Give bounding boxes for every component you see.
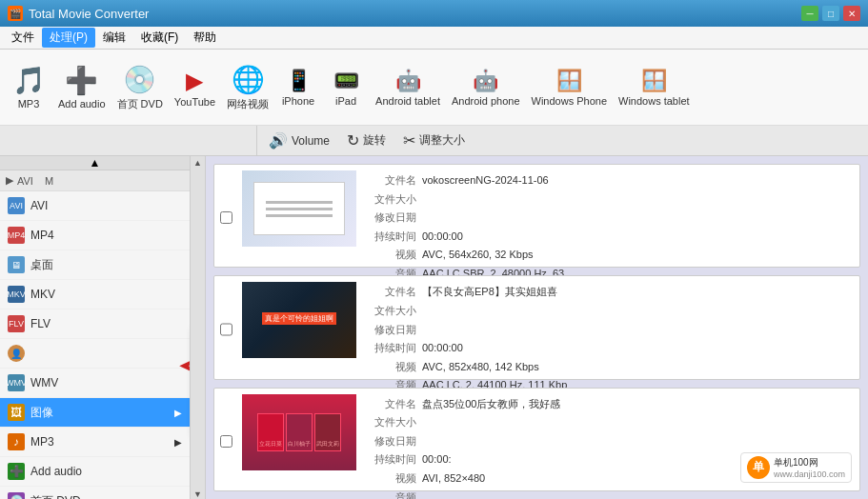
toolbar-android-phone-label: Android phone [452,95,520,107]
scissors-icon: ✂ [403,131,415,150]
main-area: ▲ ▶ AVI M AVI AVI MP4 MP4 🖥 桌面 MKV MKV F [0,156,868,499]
window-controls: ─ □ ✕ [801,6,860,21]
toolbar-windows-phone[interactable]: 🪟 Windows Phone [527,54,613,121]
video-checkbox-2[interactable] [220,286,232,372]
volume-icon: 🔊 [269,131,288,150]
toolbar-iphone[interactable]: 📱 iPhone [275,54,321,121]
sidebar-item-flv[interactable]: FLV FLV [0,309,190,339]
duration-label: 持续时间 [368,229,420,246]
toolbar-youtube-label: YouTube [174,96,215,108]
duration-label2: 持续时间 [368,340,420,357]
close-button[interactable]: ✕ [843,6,860,21]
toolbar-ipad[interactable]: 📟 iPad [323,54,369,121]
sidebar-item-desktop[interactable]: 🖥 桌面 [0,250,190,280]
add-audio-sidebar-icon: ➕ [8,463,25,480]
video2-filename: 【不良女高EP8】其实姐姐喜 [422,284,852,301]
video-checkbox-1[interactable] [220,174,232,261]
sidebar-item-mp4[interactable]: MP4 MP4 [0,221,190,250]
ipad-icon: 📟 [333,69,359,93]
volume-button[interactable]: 🔊 Volume [269,131,330,150]
sidebar-item-user[interactable]: 👤 [0,339,190,369]
video-meta-2: 文件名【不良女高EP8】其实姐姐喜 文件大小 修改日期 持续时间00:00:00… [366,282,854,372]
scroll-down-arrow[interactable]: ▼ [193,489,202,499]
toolbar-web-video[interactable]: 🌐 网络视频 [222,54,273,121]
sidebar-mkv-label: MKV [30,288,55,301]
watermark-text: 单机100网 www.danji100.com [774,456,845,479]
toolbar-add-audio[interactable]: ➕ Add audio [53,54,111,121]
filesize-label2: 文件大小 [368,303,420,320]
toolbar-windows-tablet[interactable]: 🪟 Windows tablet [614,54,695,121]
video-meta-1: 文件名vokoscreenNG-2024-11-06 文件大小 修改日期 持续时… [366,170,854,261]
minimize-button[interactable]: ─ [801,6,818,21]
video-item-1: 文件名vokoscreenNG-2024-11-06 文件大小 修改日期 持续时… [213,164,860,268]
video-checkbox-3[interactable] [220,398,232,485]
wmv-sidebar-icon: WMV [8,374,25,391]
sidebar-item-wmv[interactable]: WMV WMV [0,369,190,398]
sidebar-group-label-avi: AVI [17,175,33,187]
toolbar-youtube[interactable]: ▶ YouTube [170,54,220,121]
sidebar-item-mkv[interactable]: MKV MKV [0,280,190,309]
toolbar-mp3-label: MP3 [18,98,40,110]
filename-label3: 文件名 [368,396,420,413]
toolbar-android-tablet-label: Android tablet [375,95,440,107]
add-audio-icon: ➕ [65,65,98,96]
mp4-sidebar-icon: MP4 [8,227,25,244]
duration-label3: 持续时间 [368,451,420,469]
video1-video-info: AVC, 564x260, 32 Kbps [422,247,852,264]
video2-modified [422,322,852,339]
image-sidebar-icon: 🖼 [8,404,25,421]
mp3-arrow-icon: ▶ [174,437,182,448]
toolbar-web-video-label: 网络视频 [227,97,269,111]
audio-label3: 音频 [368,489,420,499]
video1-modified [422,210,852,227]
filesize-label3: 文件大小 [368,414,420,431]
video1-filesize [422,191,852,209]
menu-collect[interactable]: 收藏(F) [133,28,186,48]
submenu-arrow-indicator: ➤ [178,355,191,378]
toolbar-ipad-label: iPad [335,95,356,107]
resize-button[interactable]: ✂ 调整大小 [403,131,465,150]
menu-process[interactable]: 处理(P) [42,28,95,48]
rotate-button[interactable]: ↻ 旋转 [347,131,386,150]
watermark: 单 单机100网 www.danji100.com [740,452,852,483]
sidebar-item-dvd[interactable]: 💿 首页 DVD [0,487,190,499]
video2-filesize [422,303,852,320]
sidebar: ▲ ▶ AVI M AVI AVI MP4 MP4 🖥 桌面 MKV MKV F [0,156,191,499]
dvd-sidebar-icon: 💿 [8,492,25,499]
toolbar-android-phone[interactable]: 🤖 Android phone [447,54,525,121]
video2-duration: 00:00:00 [422,340,852,357]
sidebar-mp4-label: MP4 [30,229,54,242]
maximize-button[interactable]: □ [822,6,839,21]
resize-label: 调整大小 [419,132,465,149]
toolbar-mp3[interactable]: 🎵 MP3 [6,54,51,121]
title-bar: 🎬 Total Movie Converter ─ □ ✕ [0,0,868,27]
toolbar-windows-phone-label: Windows Phone [532,95,608,107]
volume-label: Volume [292,134,330,148]
menu-file[interactable]: 文件 [4,28,42,48]
video1-duration: 00:00:00 [422,229,852,246]
filename-label2: 文件名 [368,284,420,301]
menu-edit[interactable]: 编辑 [95,28,133,48]
sidebar-avi-label: AVI [30,199,48,212]
video-label2: 视频 [368,359,420,376]
toolbar-dvd-label: 首页 DVD [117,97,163,111]
toolbar-windows-tablet-label: Windows tablet [618,95,690,107]
sidebar-item-avi[interactable]: AVI AVI [0,191,190,221]
modified-label3: 修改日期 [368,433,420,450]
sidebar-item-mp3[interactable]: ♪ MP3 ▶ [0,428,190,457]
menu-help[interactable]: 帮助 [186,28,224,48]
toolbar-dvd[interactable]: 💿 首页 DVD [112,54,168,121]
sidebar-scroll-up[interactable]: ▲ [0,156,190,170]
sidebar-item-image[interactable]: 🖼 图像 ▶ [0,398,190,428]
sidebar-group-arrow: ▶ [6,174,13,187]
toolbar-android-tablet[interactable]: 🤖 Android tablet [371,54,445,121]
sidebar-add-audio-label: Add audio [30,465,82,478]
mp3-icon: 🎵 [12,65,46,96]
video-thumb-3: 立花日菜 白川柚子 武田文莉 [242,394,356,470]
scroll-up-arrow[interactable]: ▲ [193,158,202,168]
toolbar: 🎵 MP3 ➕ Add audio 💿 首页 DVD ▶ YouTube 🌐 网… [0,50,868,126]
sidebar-item-add-audio[interactable]: ➕ Add audio [0,457,190,487]
sidebar-group-av[interactable]: ▶ AVI M [0,170,190,191]
mkv-sidebar-icon: MKV [8,286,25,303]
app-title: Total Movie Converter [29,7,801,21]
